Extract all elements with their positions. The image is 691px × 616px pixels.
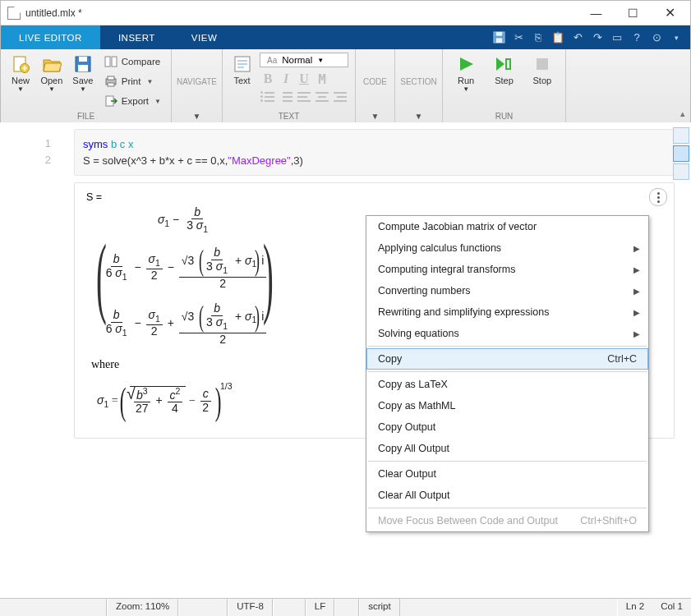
new-button[interactable]: New ▼ — [7, 53, 34, 93]
compare-label: Compare — [122, 57, 160, 67]
group-text: Text Aa Normal ▼ B I U M — [223, 49, 356, 122]
status-eol[interactable]: LF — [306, 599, 334, 616]
text-label: Text — [233, 76, 250, 85]
group-file: New ▼ Open ▼ Save ▼ Compare Pri — [1, 49, 172, 122]
menu-rewriting[interactable]: Rewriting and simplifying expressions▶ — [366, 301, 648, 323]
submenu-arrow-icon: ▶ — [633, 287, 640, 296]
text-button[interactable]: Text — [229, 53, 255, 85]
menu-copy[interactable]: CopyCtrl+C — [366, 348, 648, 370]
status-type: script — [359, 599, 399, 616]
code-keyword: syms — [83, 138, 108, 150]
tab-view[interactable]: VIEW — [173, 25, 235, 49]
dropdown-arrow-icon: ▼ — [317, 57, 324, 64]
output-layout-buttons — [673, 127, 689, 180]
maximize-button[interactable]: ☐ — [615, 1, 652, 25]
tab-live-editor[interactable]: LIVE EDITOR — [1, 25, 100, 49]
code-text: S = solve(x^3 + b*x + c == 0,x, — [83, 154, 228, 167]
status-encoding[interactable]: UTF-8 — [228, 599, 273, 616]
menu-copy-mathml[interactable]: Copy as MathML — [366, 395, 648, 416]
dropdown-arrow-icon: ▼ — [80, 86, 86, 93]
svg-rect-12 — [108, 83, 114, 86]
save-icon[interactable] — [491, 30, 506, 45]
svg-rect-11 — [108, 76, 114, 80]
svg-rect-19 — [537, 58, 548, 70]
dropdown-arrow-icon: ▼ — [17, 86, 24, 93]
menu-calculus[interactable]: Applying calculus functions▶ — [366, 237, 648, 259]
export-button[interactable]: Export ▼ — [101, 92, 164, 110]
menu-clear-output[interactable]: Clear Output — [366, 463, 648, 485]
run-button[interactable]: Run ▼ — [449, 53, 482, 93]
menu-copy-all-output[interactable]: Copy All Output — [366, 438, 648, 459]
help-icon[interactable]: ? — [629, 30, 644, 45]
open-label: Open — [40, 76, 62, 85]
document-icon — [7, 7, 21, 20]
stop-button[interactable]: Stop — [526, 53, 559, 85]
copy-icon[interactable]: ⎘ — [531, 30, 546, 45]
qat-dropdown-icon[interactable]: ▾ — [669, 30, 684, 45]
menu-separator — [368, 508, 647, 508]
group-run-label: RUN — [449, 110, 559, 121]
code-string: "MaxDegree" — [228, 154, 290, 167]
section-gutter — [0, 122, 16, 598]
align-right-button[interactable] — [332, 90, 348, 103]
underline-button[interactable]: U — [296, 71, 312, 87]
minimize-button[interactable]: — — [578, 1, 615, 25]
output-only-button[interactable] — [673, 163, 689, 180]
code-label[interactable]: CODE — [363, 77, 387, 86]
status-zoom[interactable]: Zoom: 110% — [107, 599, 178, 616]
section-label[interactable]: SECTION — [400, 77, 436, 86]
output-right-button[interactable] — [673, 145, 689, 162]
open-button[interactable]: Open ▼ — [39, 53, 65, 93]
tab-insert[interactable]: INSERT — [100, 25, 173, 49]
align-center-button[interactable] — [314, 90, 330, 103]
menu-clear-all-output[interactable]: Clear All Output — [366, 485, 648, 506]
style-dropdown[interactable]: Aa Normal ▼ — [260, 53, 348, 67]
group-file-label: FILE — [7, 110, 164, 121]
menu-compute-jacobian[interactable]: Compute Jacobian matrix of vector — [366, 216, 648, 237]
context-menu: Compute Jacobian matrix of vector Applyi… — [366, 215, 649, 532]
options-icon[interactable]: ⊙ — [649, 30, 664, 45]
line-numbers: 1 2 — [35, 136, 51, 168]
svg-rect-6 — [79, 57, 87, 62]
submenu-arrow-icon: ▶ — [633, 329, 640, 338]
output-inline-button[interactable] — [673, 127, 689, 144]
print-button[interactable]: Print ▼ — [101, 72, 164, 90]
paste-icon[interactable]: 📋 — [550, 30, 565, 45]
align-left-button[interactable] — [296, 90, 312, 103]
menu-move-focus: Move Focus Between Code and OutputCtrl+S… — [366, 510, 648, 531]
menu-copy-output[interactable]: Copy Output — [366, 416, 648, 438]
bold-button[interactable]: B — [260, 71, 276, 87]
menu-converting-numbers[interactable]: Converting numbers▶ — [366, 280, 648, 301]
italic-button[interactable]: I — [278, 71, 294, 87]
code-vars: b c x — [108, 138, 133, 150]
menu-integral-transforms[interactable]: Computing integral transforms▶ — [366, 259, 648, 280]
submenu-arrow-icon: ▶ — [633, 244, 640, 253]
cut-icon[interactable]: ✂ — [511, 30, 526, 45]
monospace-button[interactable]: M — [314, 71, 330, 87]
redo-icon[interactable]: ↷ — [590, 30, 605, 45]
print-label: Print — [122, 76, 141, 86]
ribbon-collapse-icon[interactable]: ▴ — [680, 108, 685, 119]
step-button[interactable]: Step — [487, 53, 520, 85]
menu-copy-latex[interactable]: Copy as LaTeX — [366, 374, 648, 395]
save-button[interactable]: Save ▼ — [70, 53, 96, 93]
menu-shortcut: Ctrl+Shift+O — [580, 515, 637, 526]
undo-icon[interactable]: ↶ — [570, 30, 585, 45]
switch-windows-icon[interactable]: ▭ — [610, 30, 624, 45]
compare-button[interactable]: Compare — [101, 53, 164, 71]
menu-shortcut: Ctrl+C — [607, 353, 637, 365]
navigate-label[interactable]: NAVIGATE — [177, 77, 217, 86]
group-run: Run ▼ Step Stop RUN — [443, 49, 566, 122]
dropdown-arrow-icon: ▼ — [463, 86, 469, 93]
stop-label: Stop — [533, 76, 552, 85]
status-col: Col 1 — [652, 599, 691, 616]
code-block[interactable]: syms b c x S = solve(x^3 + b*x + c == 0,… — [74, 129, 675, 176]
close-button[interactable]: ✕ — [652, 1, 689, 25]
step-label: Step — [495, 76, 514, 85]
submenu-arrow-icon: ▶ — [633, 265, 640, 274]
menu-solving[interactable]: Solving equations▶ — [366, 323, 648, 344]
numbered-list-button[interactable] — [278, 90, 294, 103]
output-menu-button[interactable] — [649, 188, 667, 206]
bullet-list-button[interactable] — [260, 90, 276, 103]
svg-rect-9 — [112, 57, 117, 67]
